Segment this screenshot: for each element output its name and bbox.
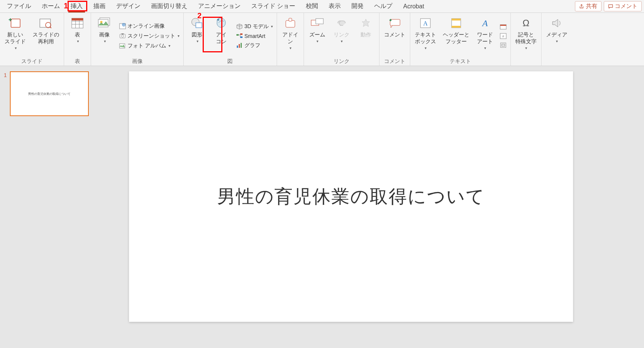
new-slide-icon (8, 16, 22, 30)
addins-button[interactable]: アドイ ン ▾ (279, 14, 301, 52)
media-label: メディア (546, 31, 567, 38)
chevron-down-icon: ▾ (77, 39, 79, 44)
model3d-button[interactable]: 3D モデル ▾ (235, 22, 274, 31)
new-slide-label: 新しい スライド (5, 31, 26, 45)
link-label: リンク (334, 31, 350, 38)
smartart-button[interactable]: SmartArt (235, 32, 274, 40)
comment-bubble-icon (387, 16, 402, 30)
shapes-button[interactable]: 図形 ▾ (186, 14, 208, 45)
chevron-down-icon: ▾ (341, 39, 343, 44)
chevron-down-icon: ▾ (290, 46, 291, 50)
tab-home[interactable]: ホーム (36, 0, 65, 13)
table-button[interactable]: 表 ▾ (66, 14, 88, 45)
model3d-label: 3D モデル (244, 23, 269, 30)
svg-rect-35 (452, 19, 461, 20)
ribbon-comment-button[interactable]: コメント (382, 14, 408, 39)
chevron-down-icon: ▾ (104, 39, 106, 44)
thumb-number: 1 (4, 71, 7, 78)
symbols-label: 記号と 特殊文字 (515, 31, 537, 45)
svg-text:A: A (423, 20, 428, 27)
slidenumber-button[interactable]: # (498, 32, 508, 40)
svg-rect-0 (11, 19, 20, 27)
slide-thumbnail-panel: 1 男性の育児休業の取得について (0, 66, 102, 348)
smartart-icon (236, 33, 243, 39)
tab-acrobat[interactable]: Acrobat (398, 1, 429, 12)
screenshot-label: スクリーンショット (128, 33, 175, 39)
share-button[interactable]: 共有 (575, 1, 601, 11)
comment-top-label: コメント (615, 3, 638, 10)
object-button[interactable] (498, 41, 508, 49)
tab-design[interactable]: デザイン (111, 0, 146, 13)
svg-rect-16 (121, 33, 124, 35)
group-media-label (544, 64, 570, 65)
online-pictures-icon (119, 23, 126, 29)
tab-review[interactable]: 校閲 (301, 0, 323, 13)
action-label: 動作 (361, 31, 371, 38)
wordart-button[interactable]: A ワード アート ▾ (474, 14, 496, 52)
icons-button[interactable]: アイ コン (210, 14, 232, 46)
headerfooter-button[interactable]: ヘッダーと フッター (441, 14, 472, 46)
smartart-label: SmartArt (244, 33, 265, 39)
symbols-button[interactable]: Ω 記号と 特殊文字 ▾ (513, 14, 539, 52)
svg-text:A: A (481, 18, 488, 28)
group-addins: アドイ ン ▾ (277, 13, 304, 66)
share-icon (579, 4, 584, 9)
svg-rect-26 (241, 43, 242, 48)
tab-insert[interactable]: 挿入 (65, 0, 88, 13)
screenshot-button[interactable]: スクリーンショット ▾ (118, 32, 181, 40)
thumb-row-1: 1 男性の育児休業の取得について (4, 71, 99, 116)
tab-draw[interactable]: 描画 (88, 0, 111, 13)
group-media: メディア ▾ (542, 13, 572, 66)
icons-label: アイ コン (216, 31, 227, 45)
chart-icon (236, 43, 243, 49)
tab-slideshow[interactable]: スライド ショー (246, 0, 301, 13)
svg-rect-25 (239, 44, 240, 48)
chevron-down-icon: ▾ (15, 46, 17, 50)
photo-album-label: フォト アルバム (128, 43, 166, 49)
datetime-icon (500, 24, 507, 30)
slide-title-text[interactable]: 男性の育児休業の取得について (217, 184, 485, 209)
group-symbols-label (513, 64, 539, 65)
chart-label: グラフ (244, 42, 260, 49)
zoom-button[interactable]: ズーム ▾ (306, 14, 328, 45)
chevron-down-icon: ▾ (484, 46, 486, 50)
media-button[interactable]: メディア ▾ (544, 14, 570, 45)
pictures-label: 画像 (99, 31, 110, 38)
group-tables-label: 表 (66, 57, 88, 65)
photo-album-icon (119, 43, 126, 49)
group-links-label: リンク (306, 57, 377, 65)
tab-view[interactable]: 表示 (323, 0, 346, 13)
svg-rect-12 (120, 24, 126, 29)
chevron-down-icon: ▾ (168, 44, 170, 48)
photo-album-button[interactable]: フォト アルバム ▾ (118, 42, 181, 50)
tab-file[interactable]: ファイル (2, 0, 36, 13)
group-images: 画像 ▾ オンライン画像 スクリーンショット ▾ フォト アルバム ▾ (91, 13, 184, 66)
thumb-title-text: 男性の育児休業の取得について (28, 92, 71, 96)
comment-button-top[interactable]: コメント (604, 1, 642, 11)
online-pictures-button[interactable]: オンライン画像 (118, 22, 181, 30)
reuse-slides-button[interactable]: スライドの 再利用 (30, 14, 61, 46)
tab-animations[interactable]: アニメーション (193, 0, 246, 13)
chevron-down-icon: ▾ (425, 46, 427, 50)
group-tables: 表 ▾ 表 (64, 13, 91, 66)
svg-rect-1 (40, 19, 50, 27)
datetime-button[interactable] (498, 23, 508, 31)
tab-developer[interactable]: 開発 (346, 0, 369, 13)
slide-canvas[interactable]: 男性の育児休業の取得について (129, 71, 573, 322)
group-illustrations: 図形 ▾ アイ コン 3D モデル ▾ SmartArt (184, 13, 277, 66)
slide-thumbnail-1[interactable]: 男性の育児休業の取得について (10, 71, 89, 116)
reuse-slides-label: スライドの 再利用 (33, 31, 59, 45)
tab-transitions[interactable]: 画面切り替え (146, 0, 193, 13)
svg-rect-28 (289, 18, 292, 21)
tab-help[interactable]: ヘルプ (369, 0, 398, 13)
group-addins-label (279, 64, 301, 65)
chevron-down-icon: ▾ (525, 46, 527, 50)
new-slide-button[interactable]: 新しい スライド ▾ (2, 14, 28, 52)
chevron-down-icon: ▾ (178, 34, 180, 38)
svg-text:#: # (502, 35, 504, 38)
chart-button[interactable]: グラフ (235, 41, 274, 50)
pictures-button[interactable]: 画像 ▾ (93, 14, 115, 45)
chevron-down-icon: ▾ (316, 39, 318, 44)
svg-rect-21 (236, 34, 239, 36)
textbox-button[interactable]: A テキスト ボックス ▾ (413, 14, 438, 52)
